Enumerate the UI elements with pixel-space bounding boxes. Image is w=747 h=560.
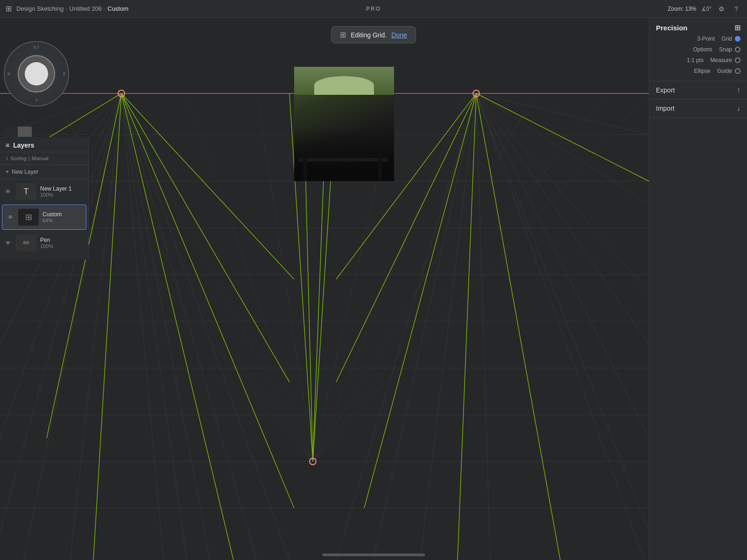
export-icon: ↑ xyxy=(737,86,740,94)
precision-right-0: Grid xyxy=(721,35,732,42)
layer-info-0: New Layer 1 100% xyxy=(40,185,71,198)
layer-visibility-0[interactable]: 👁 xyxy=(4,187,12,196)
canvas-area[interactable]: .grid-line { stroke: rgba(200,200,200,0.… xyxy=(0,18,747,560)
precision-row-2: 1:1 pts · Measure xyxy=(656,54,740,64)
precision-title: Precision ⊞ xyxy=(656,23,740,32)
layer-info-1: Custom 64% xyxy=(42,211,62,223)
precision-sep-0: · xyxy=(718,37,719,41)
settings-button[interactable]: ⚙ xyxy=(716,4,726,14)
new-layer-button[interactable]: + New Layer xyxy=(0,165,88,179)
breadcrumb-sep-1: › xyxy=(65,5,67,12)
svg-line-22 xyxy=(476,93,649,345)
layer-item-0[interactable]: 👁 T New Layer 1 100% xyxy=(0,179,88,204)
svg-line-24 xyxy=(476,93,649,532)
svg-line-15 xyxy=(476,93,560,560)
precision-sep-3: · xyxy=(713,69,714,73)
precision-radio-3[interactable] xyxy=(735,68,740,74)
svg-line-14 xyxy=(476,93,644,560)
precision-left-0: 3-Point xyxy=(697,35,715,42)
export-button[interactable]: Export ↑ xyxy=(649,81,747,99)
editing-grid-banner: ⊞ Editing Grid. Done xyxy=(331,26,416,43)
svg-line-3 xyxy=(121,93,163,560)
app-grid-icon[interactable]: ⊞ xyxy=(6,4,12,13)
sorting-mode: Manual xyxy=(32,156,49,161)
precision-sep-1: · xyxy=(715,48,716,52)
precision-left-1: Options xyxy=(693,46,712,53)
precision-section: Precision ⊞ 3-Point · Grid Options · Sna… xyxy=(649,18,747,81)
layer-thumb-2: ✏ xyxy=(16,234,36,251)
layer-opacity-0: 100% xyxy=(40,192,71,198)
layer-name-1: Custom xyxy=(42,211,62,218)
precision-left-2: 1:1 pts xyxy=(687,57,704,64)
topbar: ⊞ Design Sketching › Untitled 206 › Cust… xyxy=(0,0,747,18)
topbar-right: Zoom: 13% ∡0° ⚙ ? xyxy=(668,4,741,14)
reference-photo xyxy=(294,67,394,181)
svg-line-27 xyxy=(117,93,313,461)
horizontal-scrollbar[interactable] xyxy=(322,553,425,556)
layers-panel-header: ≡ Layers xyxy=(0,137,88,152)
layers-menu-icon[interactable]: ≡ xyxy=(6,142,9,149)
svg-line-21 xyxy=(476,93,649,135)
layers-panel: ≡ Layers ↕ Sorting | Manual + New Layer … xyxy=(0,137,89,260)
sorting-bar: ↕ Sorting | Manual xyxy=(0,152,88,165)
breadcrumb-sep-2: › xyxy=(104,5,106,12)
layer-item-2[interactable]: 👁 ✏ Pen 100% xyxy=(0,231,88,255)
precision-right-3: Guide xyxy=(717,68,732,74)
layer-item-1[interactable]: 👁 ⊞ Custom 64% xyxy=(2,205,86,230)
banner-grid-icon: ⊞ xyxy=(340,30,346,39)
done-button[interactable]: Done xyxy=(391,31,407,39)
precision-left-3: Ellipse xyxy=(694,68,710,74)
new-layer-plus: + xyxy=(6,169,9,175)
svg-line-23 xyxy=(476,93,649,438)
new-layer-label: New Layer xyxy=(12,169,38,175)
app-name-label[interactable]: Design Sketching xyxy=(16,5,63,12)
compass-inner[interactable] xyxy=(18,55,55,92)
compass-center xyxy=(25,62,48,85)
compass-widget[interactable]: 5.7 0 7 9 xyxy=(4,41,69,123)
layer-visibility-2[interactable]: 👁 xyxy=(4,239,12,247)
breadcrumb: Design Sketching › Untitled 206 › Custom xyxy=(16,5,128,12)
precision-row-1: Options · Snap xyxy=(656,43,740,54)
angle-label: ∡0° xyxy=(701,6,712,12)
sorting-label: Sorting xyxy=(10,156,27,161)
layer-visibility-1[interactable]: 👁 xyxy=(6,213,14,221)
doc-name-label[interactable]: Untitled 206 xyxy=(70,5,102,12)
precision-grid-icon[interactable]: ⊞ xyxy=(734,23,740,32)
pro-badge: PRO xyxy=(366,6,381,12)
layer-name-0: New Layer 1 xyxy=(40,185,71,192)
precision-radio-0[interactable] xyxy=(735,36,740,42)
color-swatch-dark[interactable] xyxy=(4,127,18,137)
layers-title: Layers xyxy=(13,142,34,149)
import-button[interactable]: Import ↓ xyxy=(649,99,747,118)
precision-row-0: 3-Point · Grid xyxy=(656,32,740,43)
precision-rows: 3-Point · Grid Options · Snap 1:1 pts · … xyxy=(656,32,740,75)
layer-opacity-2: 100% xyxy=(40,243,53,249)
precision-radio-2[interactable] xyxy=(735,57,740,63)
svg-rect-69 xyxy=(303,153,307,181)
svg-line-6 xyxy=(121,93,289,560)
color-swatches xyxy=(4,127,69,137)
export-label: Export xyxy=(656,86,675,94)
layer-opacity-1: 64% xyxy=(42,218,62,223)
precision-right-1: Snap xyxy=(719,46,732,53)
layer-name-2: Pen xyxy=(40,237,53,243)
svg-line-16 xyxy=(476,93,490,560)
import-icon: ↓ xyxy=(737,104,740,113)
svg-line-13 xyxy=(476,93,654,298)
right-panel: Precision ⊞ 3-Point · Grid Options · Sna… xyxy=(649,18,747,560)
banner-text: Editing Grid. xyxy=(351,31,387,39)
svg-line-5 xyxy=(121,93,257,560)
precision-row-3: Ellipse · Guide xyxy=(656,64,740,75)
page-name-label[interactable]: Custom xyxy=(107,5,128,12)
help-button[interactable]: ? xyxy=(731,4,741,14)
color-swatch-mid[interactable] xyxy=(18,127,32,137)
left-toolbar: 5.7 0 7 9 ↖ xyxy=(4,41,69,151)
svg-rect-71 xyxy=(308,163,311,181)
layer-thumb-0: T xyxy=(16,183,36,200)
zoom-label: Zoom: 13% xyxy=(668,6,696,12)
compass-outer[interactable]: 5.7 0 7 9 xyxy=(4,41,69,106)
layer-thumb-1: ⊞ xyxy=(18,209,39,226)
svg-line-4 xyxy=(121,93,210,560)
svg-rect-68 xyxy=(299,158,388,162)
precision-radio-1[interactable] xyxy=(735,47,740,52)
